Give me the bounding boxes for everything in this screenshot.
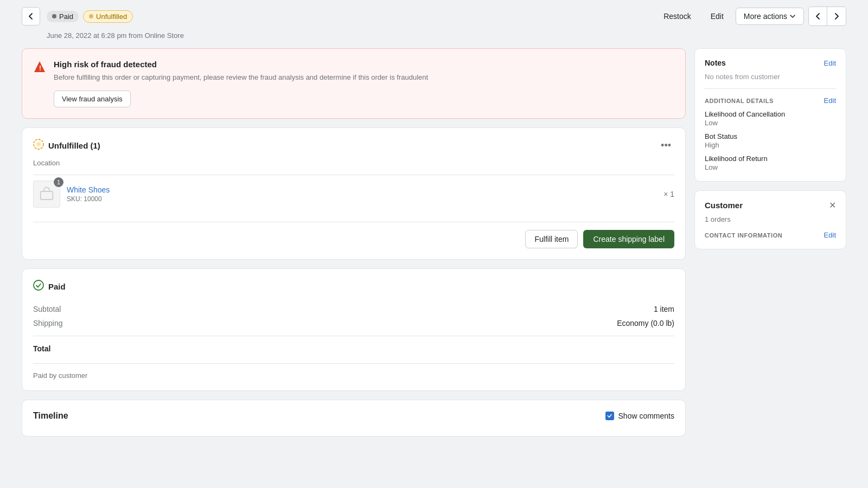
timeline-header: Timeline Show comments xyxy=(33,411,674,421)
cancellation-value: Low xyxy=(705,119,836,127)
unfulfilled-status-icon xyxy=(33,139,44,152)
top-bar-left: Paid Unfulfilled xyxy=(22,7,133,25)
customer-card: Customer ✕ 1 orders CONTACT INFORMATION … xyxy=(694,190,846,249)
contact-info-header: CONTACT INFORMATION Edit xyxy=(705,231,836,239)
edit-button[interactable]: Edit xyxy=(703,8,731,24)
unfulfilled-dot xyxy=(89,14,93,18)
contact-info-edit-link[interactable]: Edit xyxy=(824,231,836,239)
fraud-title: High risk of fraud detected xyxy=(54,60,428,69)
fraud-content: High risk of fraud detected Before fulfi… xyxy=(54,60,428,107)
line-item-actions: Fulfill item Create shipping label xyxy=(33,222,674,248)
customer-header: Customer ✕ xyxy=(705,201,836,210)
bot-status-label: Bot Status xyxy=(705,132,836,140)
unfulfilled-card: Unfulfilled (1) ••• Location 1 xyxy=(22,127,686,260)
unfulfilled-header: Unfulfilled (1) ••• xyxy=(33,139,674,152)
product-sku: SKU: 10000 xyxy=(67,195,657,203)
quantity-badge: 1 xyxy=(54,177,63,187)
paid-badge: Paid xyxy=(47,11,79,22)
bot-status-row: Bot Status High xyxy=(705,132,836,149)
product-image-wrap: 1 xyxy=(33,181,60,208)
subtotal-value: 1 item xyxy=(654,305,674,313)
shipping-value: Economy (0.0 lb) xyxy=(617,319,674,328)
nav-prev-button[interactable] xyxy=(809,7,827,25)
customer-orders-count: 1 orders xyxy=(705,215,836,223)
top-bar-right: Restock Edit More actions xyxy=(656,7,846,26)
payment-divider xyxy=(33,336,674,336)
fraud-alert-card: ! High risk of fraud detected Before ful… xyxy=(22,48,686,119)
svg-point-3 xyxy=(36,142,41,146)
paid-title: Paid xyxy=(48,282,66,291)
total-row: Total xyxy=(33,342,674,356)
main-right: Notes Edit No notes from customer ADDITI… xyxy=(694,48,846,249)
create-shipping-label-button[interactable]: Create shipping label xyxy=(583,230,674,248)
nav-arrows xyxy=(808,7,846,26)
notes-card: Notes Edit No notes from customer ADDITI… xyxy=(694,48,846,182)
shipping-label: Shipping xyxy=(33,319,63,328)
top-bar: Paid Unfulfilled Restock Edit More actio… xyxy=(22,0,846,29)
main-layout: ! High risk of fraud detected Before ful… xyxy=(22,48,846,436)
fraud-description: Before fulfilling this order or capturin… xyxy=(54,72,428,83)
product-name-link[interactable]: White Shoes xyxy=(67,185,110,194)
main-left: ! High risk of fraud detected Before ful… xyxy=(22,48,686,436)
status-badges: Paid Unfulfilled xyxy=(47,10,133,23)
cancellation-label: Likelihood of Cancellation xyxy=(705,110,836,118)
show-comments-checkbox[interactable] xyxy=(605,412,614,420)
subtotal-label: Subtotal xyxy=(33,305,61,313)
timeline-card: Timeline Show comments xyxy=(22,400,686,436)
show-comments-wrap: Show comments xyxy=(605,412,674,420)
unfulfilled-title: Unfulfilled (1) xyxy=(48,141,100,150)
restock-button[interactable]: Restock xyxy=(656,8,699,24)
back-button[interactable] xyxy=(22,7,40,25)
product-quantity: × 1 xyxy=(663,190,674,198)
show-comments-label: Show comments xyxy=(618,412,674,420)
total-label: Total xyxy=(33,344,50,353)
notes-header: Notes Edit xyxy=(705,59,836,67)
order-subtitle: June 28, 2022 at 6:28 pm from Online Sto… xyxy=(22,29,846,48)
notes-divider xyxy=(705,88,836,89)
paid-card: Paid Subtotal 1 item Shipping Economy (0… xyxy=(22,268,686,391)
contact-info-label: CONTACT INFORMATION xyxy=(705,232,782,239)
view-fraud-button[interactable]: View fraud analysis xyxy=(54,91,131,107)
customer-title: Customer xyxy=(705,201,743,210)
nav-next-button[interactable] xyxy=(827,7,846,25)
notes-title: Notes xyxy=(705,59,726,67)
fulfill-item-button[interactable]: Fulfill item xyxy=(525,230,578,248)
shipping-row: Shipping Economy (0.0 lb) xyxy=(33,316,674,330)
timeline-title: Timeline xyxy=(33,411,68,421)
return-likelihood-value: Low xyxy=(705,163,836,171)
line-item: 1 White Shoes SKU: 10000 × 1 xyxy=(33,175,674,213)
paid-dot xyxy=(52,14,56,18)
additional-details-section: ADDITIONAL DETAILS Edit Likelihood of Ca… xyxy=(705,97,836,171)
additional-details-edit-link[interactable]: Edit xyxy=(824,97,836,105)
paid-status-icon xyxy=(33,280,44,293)
svg-rect-4 xyxy=(41,191,53,200)
bot-status-value: High xyxy=(705,141,836,149)
unfulfilled-title-wrap: Unfulfilled (1) xyxy=(33,139,100,152)
customer-close-button[interactable]: ✕ xyxy=(829,201,836,210)
return-likelihood-label: Likelihood of Return xyxy=(705,155,836,163)
paid-by: Paid by customer xyxy=(33,363,674,380)
unfulfilled-badge: Unfulfilled xyxy=(83,10,133,23)
paid-header: Paid xyxy=(33,280,674,293)
svg-point-5 xyxy=(34,280,43,290)
additional-details-label: ADDITIONAL DETAILS xyxy=(705,98,774,104)
more-actions-button[interactable]: More actions xyxy=(736,8,804,25)
svg-text:!: ! xyxy=(39,65,41,72)
product-info: White Shoes SKU: 10000 xyxy=(67,185,657,203)
fraud-icon: ! xyxy=(33,60,46,76)
location-label: Location xyxy=(33,159,674,167)
return-likelihood-row: Likelihood of Return Low xyxy=(705,155,836,171)
unfulfilled-menu-button[interactable]: ••• xyxy=(658,139,674,152)
notes-edit-link[interactable]: Edit xyxy=(824,59,836,67)
notes-empty-text: No notes from customer xyxy=(705,73,836,81)
cancellation-row: Likelihood of Cancellation Low xyxy=(705,110,836,127)
subtotal-row: Subtotal 1 item xyxy=(33,302,674,316)
